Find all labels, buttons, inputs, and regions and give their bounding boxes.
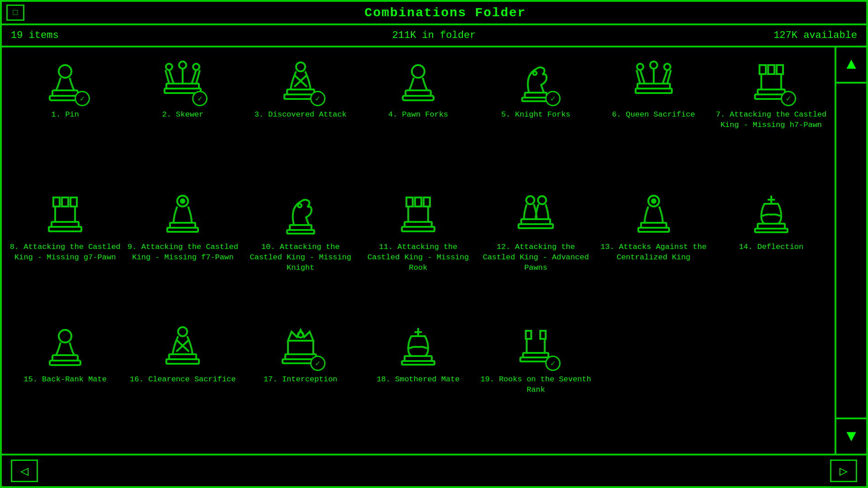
grid-item-7[interactable]: ✓7. Attacking the Castled King - Missing…: [712, 52, 830, 184]
scroll-sidebar: ▲ ▼: [835, 47, 866, 454]
nav-left-button[interactable]: ◁: [11, 460, 38, 482]
grid-item-3[interactable]: ✓3. Discovered Attack: [242, 52, 359, 184]
item-label-6: 6. Queen Sacrifice: [612, 110, 695, 120]
svg-rect-57: [755, 229, 788, 232]
svg-point-5: [193, 64, 199, 70]
window-button[interactable]: □: [6, 5, 24, 21]
svg-rect-23: [636, 89, 672, 93]
check-badge-3: ✓: [310, 91, 326, 106]
item-label-3: 3. Discovered Attack: [255, 110, 347, 120]
grid-item-6[interactable]: 6. Queen Sacrifice: [594, 52, 712, 184]
scroll-down-button[interactable]: ▼: [836, 418, 866, 454]
svg-rect-33: [49, 227, 81, 231]
grid-item-12[interactable]: 12. Attacking the Castled King - Advance…: [477, 184, 594, 317]
content-area: ✓1. Pin ✓2. Skewer ✓3. Discovered Attack…: [2, 47, 866, 454]
item-label-11: 11. Attacking the Castled King - Missing…: [362, 242, 474, 273]
icon-wrapper-10: [276, 189, 326, 239]
icon-wrapper-15: [40, 321, 90, 371]
svg-rect-29: [53, 197, 60, 206]
item-label-19: 19. Rooks on the Seventh Rank: [480, 375, 592, 395]
svg-point-8: [296, 62, 305, 71]
item-label-4: 4. Pawn Forks: [388, 110, 448, 120]
svg-point-58: [59, 330, 71, 343]
folder-size: 211K in folder: [293, 30, 575, 41]
icon-wrapper-18: [393, 321, 443, 371]
svg-point-0: [59, 65, 71, 78]
grid-item-9[interactable]: 9. Attacking the Castled King - Missing …: [124, 184, 241, 317]
grid-item-15[interactable]: 15. Back-Rank Mate: [6, 317, 124, 449]
window-title: Combinations Folder: [29, 6, 862, 20]
svg-rect-41: [406, 197, 413, 206]
svg-point-20: [650, 61, 657, 69]
check-badge-7: ✓: [781, 91, 796, 106]
icon-wrapper-6: [629, 56, 679, 106]
svg-rect-37: [167, 228, 198, 232]
icon-wrapper-7: ✓: [746, 56, 796, 106]
svg-rect-74: [540, 331, 546, 339]
grid-item-1[interactable]: ✓1. Pin: [6, 52, 124, 184]
svg-rect-43: [424, 197, 430, 206]
svg-point-21: [664, 64, 670, 70]
icon-wrapper-1: ✓: [40, 56, 90, 106]
item-label-9: 9. Attacking the Castled King - Missing …: [127, 242, 239, 263]
icon-wrapper-3: ✓: [276, 56, 326, 106]
svg-rect-24: [760, 65, 766, 74]
grid-item-17[interactable]: ✓17. Interception: [242, 317, 359, 449]
check-badge-17: ✓: [310, 356, 326, 371]
nav-right-button[interactable]: ▷: [830, 460, 857, 482]
item-label-5: 5. Knight Forks: [501, 110, 571, 120]
grid-item-13[interactable]: 13. Attacks Against the Centralized King: [594, 184, 712, 317]
item-label-17: 17. Interception: [264, 375, 337, 385]
svg-rect-49: [519, 224, 553, 228]
svg-rect-30: [62, 197, 68, 206]
grid-item-11[interactable]: 11. Attacking the Castled King - Missing…: [359, 184, 477, 317]
bottom-bar: ◁ ▷: [2, 454, 866, 486]
svg-rect-53: [638, 228, 669, 232]
icon-wrapper-9: [158, 189, 208, 239]
available-space: 127K available: [575, 30, 857, 41]
svg-point-61: [178, 327, 187, 336]
grid-item-14[interactable]: 14. Deflection: [712, 184, 830, 317]
icon-wrapper-5: ✓: [511, 56, 561, 106]
icon-wrapper-13: [629, 189, 679, 239]
svg-point-51: [652, 199, 656, 203]
svg-rect-25: [768, 65, 774, 74]
title-bar: □ Combinations Folder: [2, 2, 866, 25]
grid-item-5[interactable]: ✓5. Knight Forks: [477, 52, 594, 184]
icon-wrapper-4: [393, 56, 443, 106]
svg-rect-40: [287, 230, 314, 234]
icon-wrapper-14: [746, 189, 796, 239]
svg-point-46: [526, 196, 534, 204]
svg-rect-73: [526, 331, 531, 339]
svg-rect-65: [166, 359, 199, 364]
grid-item-2[interactable]: ✓2. Skewer: [124, 52, 241, 184]
item-label-10: 10. Attacking the Castled King - Missing…: [245, 242, 357, 273]
svg-rect-15: [403, 96, 434, 100]
grid-item-8[interactable]: 8. Attacking the Castled King - Missing …: [6, 184, 124, 317]
svg-point-3: [166, 64, 172, 70]
check-badge-1: ✓: [75, 91, 90, 106]
scroll-up-button[interactable]: ▲: [836, 47, 866, 84]
item-label-16: 16. Clearence Sacrifice: [130, 375, 236, 385]
svg-point-19: [637, 64, 643, 70]
svg-rect-45: [402, 227, 434, 231]
icon-wrapper-12: [511, 189, 561, 239]
svg-point-13: [412, 65, 425, 78]
status-bar: 19 items 211K in folder 127K available: [2, 25, 866, 47]
svg-point-4: [179, 61, 186, 69]
svg-point-16: [533, 71, 537, 75]
items-count: 19 items: [11, 30, 293, 41]
grid-item-16[interactable]: 16. Clearence Sacrifice: [124, 317, 241, 449]
grid-item-19[interactable]: ✓19. Rooks on the Seventh Rank: [477, 317, 594, 449]
grid-item-10[interactable]: 10. Attacking the Castled King - Missing…: [242, 184, 359, 317]
svg-rect-60: [50, 361, 80, 365]
grid-item-4[interactable]: 4. Pawn Forks: [359, 52, 477, 184]
svg-rect-31: [71, 197, 77, 206]
icon-wrapper-19: ✓: [511, 321, 561, 371]
svg-rect-26: [777, 65, 783, 74]
icon-wrapper-2: ✓: [158, 56, 208, 106]
icon-wrapper-17: ✓: [276, 321, 326, 371]
screen: □ Combinations Folder 19 items 211K in f…: [0, 0, 868, 488]
icon-wrapper-11: [393, 189, 443, 239]
grid-item-18[interactable]: 18. Smothered Mate: [359, 317, 477, 449]
